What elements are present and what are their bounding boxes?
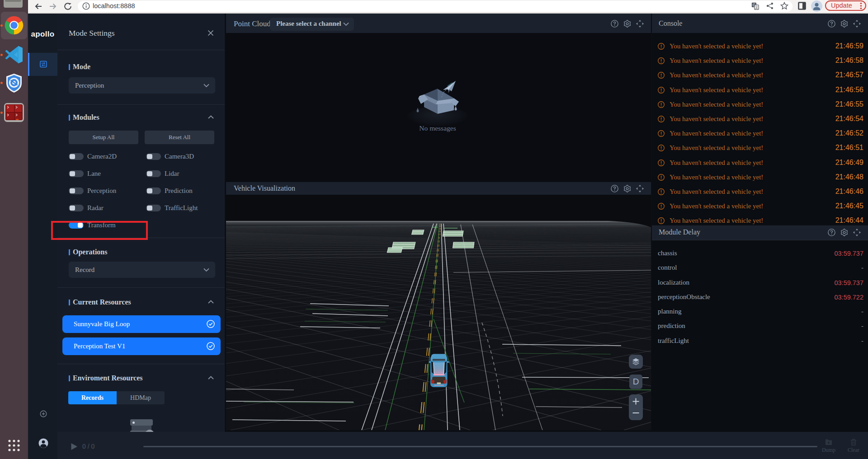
svg-text:文: 文 — [755, 5, 759, 9]
